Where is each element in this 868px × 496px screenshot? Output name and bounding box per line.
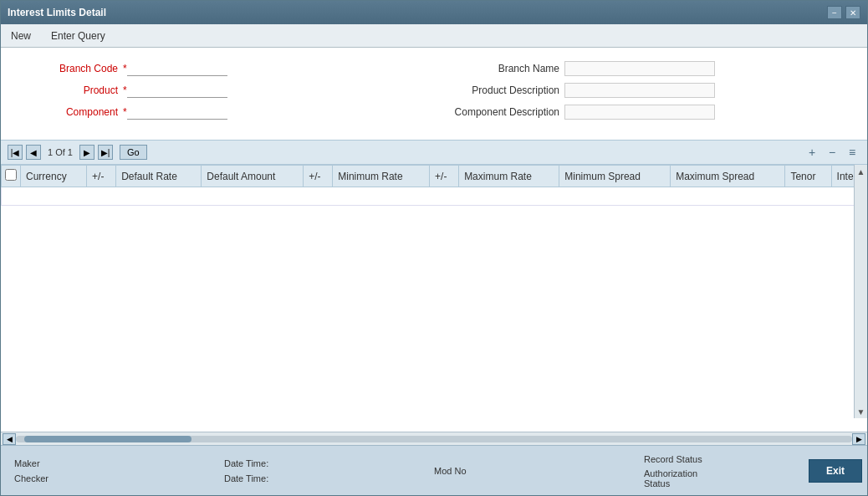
col-minimum-rate: Minimum Rate (333, 166, 430, 187)
col-minimum-spread: Minimum Spread (559, 166, 671, 187)
col-default-rate: Default Rate (116, 166, 202, 187)
col-min-adj: +/- (430, 166, 459, 187)
col-currency-adj: +/- (87, 166, 116, 187)
menu-bar: New Enter Query (1, 24, 867, 48)
status-record: Record Status Authorization Status Exit (644, 453, 854, 488)
col-tenor: Tenor (785, 166, 831, 187)
branch-name-label: Branch Name (434, 63, 559, 74)
datetime-label-1: Date Time: (224, 458, 268, 468)
component-desc-row: Component Description (434, 105, 850, 120)
checker-row: Checker (14, 473, 224, 484)
vertical-scrollbar[interactable]: ▲ ▼ (854, 165, 867, 418)
maker-label: Maker (14, 458, 40, 468)
status-modno: Mod No (434, 465, 644, 477)
component-desc-input[interactable] (564, 105, 715, 120)
datetime-row-2: Date Time: (224, 473, 434, 484)
checker-label: Checker (14, 473, 49, 483)
scroll-right-button[interactable]: ▶ (852, 433, 865, 445)
component-input[interactable] (127, 105, 227, 120)
grid-header-row: Currency +/- Default Rate Default Amount… (2, 166, 867, 187)
grid-settings-button[interactable]: ≡ (844, 144, 860, 161)
col-checkbox (2, 166, 21, 187)
window-title: Interest Limits Detail (8, 7, 106, 18)
product-desc-label: Product Description (434, 84, 559, 96)
menu-enter-query[interactable]: Enter Query (48, 28, 109, 43)
product-input[interactable] (127, 83, 227, 98)
maker-row: Maker (14, 458, 224, 469)
go-button[interactable]: Go (120, 145, 147, 160)
scroll-up-arrow[interactable]: ▲ (855, 165, 868, 178)
record-status-row: Record Status (644, 453, 702, 465)
col-amount-adj: +/- (304, 166, 333, 187)
content-area: Branch Code * Product * Component * (1, 48, 867, 495)
auth-status-label: Authorization Status (644, 468, 697, 488)
branch-code-input[interactable] (127, 61, 227, 76)
datetime-label-2: Date Time: (224, 473, 268, 483)
add-row-button[interactable]: + (804, 144, 820, 161)
col-default-amount: Default Amount (202, 166, 304, 187)
select-all-checkbox[interactable] (5, 169, 17, 181)
minimize-button[interactable]: − (827, 6, 842, 19)
col-maximum-rate: Maximum Rate (459, 166, 559, 187)
form-right: Branch Name Product Description Componen… (434, 61, 850, 126)
scroll-down-arrow[interactable]: ▼ (855, 405, 868, 418)
grid-toolbar: |◀ ◀ 1 Of 1 ▶ ▶| Go + − ≡ (1, 140, 867, 165)
branch-name-row: Branch Name (434, 61, 850, 76)
form-section: Branch Code * Product * Component * (1, 48, 867, 140)
exit-button[interactable]: Exit (809, 459, 862, 483)
record-status-label: Record Status (644, 454, 702, 464)
product-label: Product (18, 84, 118, 96)
last-page-button[interactable]: ▶| (98, 145, 113, 160)
product-desc-row: Product Description (434, 83, 850, 98)
title-bar: Interest Limits Detail − ✕ (1, 1, 867, 24)
grid-table-wrapper: Currency +/- Default Rate Default Amount… (1, 165, 867, 432)
horizontal-scrollbar[interactable]: ◀ ▶ (1, 432, 867, 445)
product-row: Product * (18, 83, 434, 98)
grid-container: Currency +/- Default Rate Default Amount… (1, 165, 867, 445)
modno-row: Mod No (434, 465, 644, 477)
data-grid: Currency +/- Default Rate Default Amount… (1, 165, 867, 206)
component-label: Component (18, 106, 118, 118)
status-datetime: Date Time: Date Time: (224, 458, 434, 484)
page-info: 1 Of 1 (48, 147, 73, 157)
scroll-left-button[interactable]: ◀ (3, 433, 16, 445)
branch-code-label: Branch Code (18, 63, 118, 74)
menu-new[interactable]: New (8, 28, 34, 43)
col-maximum-spread: Maximum Spread (671, 166, 785, 187)
close-button[interactable]: ✕ (845, 6, 860, 19)
empty-row-1 (2, 187, 867, 206)
col-currency: Currency (21, 166, 87, 187)
scroll-thumb (24, 436, 191, 442)
auth-status-row: Authorization Status (644, 468, 701, 488)
next-page-button[interactable]: ▶ (79, 145, 94, 160)
scroll-track-horizontal[interactable] (16, 436, 852, 442)
prev-page-button[interactable]: ◀ (26, 145, 41, 160)
component-row: Component * (18, 105, 434, 120)
title-bar-controls: − ✕ (827, 6, 860, 19)
product-desc-input[interactable] (564, 83, 715, 98)
main-window: Interest Limits Detail − ✕ New Enter Que… (0, 0, 868, 496)
status-maker-checker: Maker Checker (14, 458, 224, 484)
branch-name-input[interactable] (564, 61, 715, 76)
branch-code-row: Branch Code * (18, 61, 434, 76)
form-left: Branch Code * Product * Component * (18, 61, 434, 126)
grid-body (2, 187, 867, 206)
remove-row-button[interactable]: − (824, 144, 840, 161)
datetime-row-1: Date Time: (224, 458, 434, 469)
status-bar: Maker Checker Date Time: Date Time: (1, 445, 867, 495)
mod-no-label: Mod No (434, 466, 467, 476)
component-desc-label: Component Description (434, 106, 559, 118)
first-page-button[interactable]: |◀ (8, 145, 23, 160)
